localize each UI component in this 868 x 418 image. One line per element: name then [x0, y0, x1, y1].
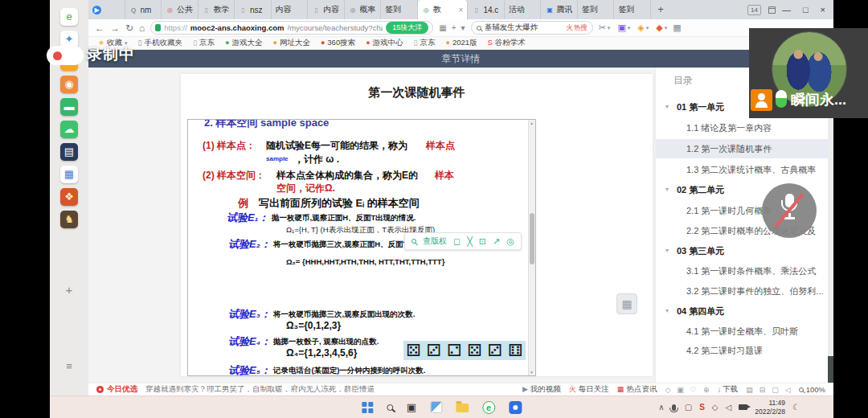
chapter-item[interactable]: 03 第三单元	[656, 241, 833, 260]
browser-tab[interactable]: Q nm ×	[125, 0, 162, 19]
refresh-button[interactable]: ↻	[125, 23, 133, 33]
viewer-tool-icon[interactable]: ◻	[453, 237, 461, 246]
viewer-tool-icon[interactable]: ⊡	[479, 237, 486, 246]
tab-count-badge[interactable]: 14	[747, 5, 761, 15]
search-box[interactable]: 基辅发生大爆炸 火热搜	[471, 21, 593, 35]
favorite-item[interactable]: ● 360搜索	[321, 38, 355, 48]
viewer-tool-icon[interactable]: ◎	[506, 237, 514, 246]
meeting-app-icon[interactable]	[509, 401, 522, 414]
status-tool-icon[interactable]: ▤	[746, 386, 753, 394]
desktop-app-icon[interactable]: ♞	[60, 211, 78, 228]
participant-mic-icon[interactable]	[776, 90, 787, 108]
favorite-item[interactable]: ▯ 手机收藏夹	[138, 38, 182, 48]
browser-tab[interactable]: ▯ 内容 ×	[308, 0, 345, 19]
desktop-app-icon[interactable]: ▤	[60, 143, 78, 161]
browser-tab[interactable]: 活动 ×	[505, 0, 542, 19]
favorite-item[interactable]: ▯ 京东	[414, 38, 436, 48]
apps-grid-icon[interactable]: ▦	[673, 23, 681, 33]
desktop-app-icon[interactable]: ▬	[60, 98, 78, 116]
browser-tab[interactable]: ◎ 公共 ×	[162, 0, 199, 19]
favorite-item[interactable]: ● 游戏中心	[366, 38, 403, 48]
dock-add-icon[interactable]: +	[50, 283, 88, 297]
desktop-app-icon[interactable]: ☁	[60, 121, 78, 138]
address-bar[interactable]: https://mooc2-ans.chaoxing.com/mycourse/…	[150, 21, 433, 35]
dropdown-caret-icon[interactable]: ▾	[461, 23, 465, 32]
browser-tab[interactable]: ▯ nsz ×	[235, 0, 272, 19]
browser-tab[interactable]: ▶ ×	[88, 0, 125, 19]
desktop-app-icon[interactable]: ▦	[60, 166, 78, 183]
browser-tab[interactable]: ▣ 腾讯 ×	[541, 0, 578, 19]
status-tool-icon[interactable]: ◇	[665, 386, 670, 394]
tray-expand-icon[interactable]: ∧	[658, 403, 664, 412]
closed-tabs-bin-icon[interactable]	[768, 6, 776, 14]
camera-recording-icon[interactable]	[739, 404, 747, 410]
volume-icon[interactable]: ◁	[726, 403, 732, 412]
tray-microphone-icon[interactable]	[672, 404, 676, 411]
network-icon[interactable]: ◇	[712, 403, 719, 412]
tab-close-icon[interactable]: ×	[459, 6, 464, 14]
status-tool-icon[interactable]: ⊟	[760, 386, 766, 394]
status-bar-link[interactable]: ▶ 我的视频	[522, 384, 561, 395]
close-button[interactable]: ×	[821, 5, 825, 14]
browser-tab[interactable]: ▯ 教学 ×	[199, 0, 235, 19]
viewer-tool-icon[interactable]: ╳	[467, 237, 473, 246]
favorite-item[interactable]: ● 2021版	[446, 38, 477, 48]
document-scrollbar[interactable]	[528, 120, 535, 375]
chapter-item[interactable]: 1.3 第二次课统计概率、古典概率	[656, 160, 833, 179]
status-tool-icon[interactable]: ⊕	[703, 386, 710, 394]
status-tool-icon[interactable]: ▢	[772, 386, 779, 394]
copyright-search-icon[interactable]	[411, 239, 416, 244]
chapter-item[interactable]: 1.1 绪论及第一章内容	[656, 118, 833, 137]
desktop-app-icon[interactable]: ◉	[60, 76, 78, 93]
collapse-caret-icon[interactable]	[665, 301, 669, 321]
recording-indicator-icon[interactable]	[47, 46, 84, 65]
desktop-app-icon[interactable]: ❖	[60, 188, 78, 206]
chapter-item[interactable]: 1.2 第一次课随机事件	[656, 139, 833, 158]
browser-tab[interactable]: 签到 ×	[381, 0, 418, 19]
collapse-caret-icon[interactable]	[665, 97, 669, 117]
bookmark-add-icon[interactable]: +	[452, 23, 457, 32]
dock-menu-icon[interactable]: ≡	[50, 360, 88, 372]
maximize-button[interactable]: □	[803, 5, 809, 14]
notification-moon-icon[interactable]: ☾	[792, 403, 800, 412]
status-tool-icon[interactable]: ▣	[677, 386, 684, 394]
ticker-headline[interactable]: 穿越就遇到寒灾？理工男笑了，自制取暖，府内无人冻死，群臣懵逼	[145, 384, 375, 395]
browser-tab[interactable]: 签到 ×	[614, 0, 651, 19]
browser-app-icon[interactable]: e	[482, 401, 495, 414]
back-button[interactable]: ←	[95, 23, 104, 33]
favorite-item[interactable]: ● 网址大全	[272, 38, 309, 48]
tray-s-app-icon[interactable]: S	[699, 403, 705, 412]
widgets-icon[interactable]	[430, 401, 442, 413]
collapse-caret-icon[interactable]	[665, 241, 669, 260]
viewer-tool-icon[interactable]: ↗	[493, 237, 500, 246]
start-button[interactable]	[362, 402, 373, 413]
microphone-muted-button[interactable]	[762, 183, 817, 238]
browser-tab[interactable]: 签到 ×	[578, 0, 615, 19]
widget-grid-handle[interactable]: ▦	[616, 293, 637, 314]
zoom-control[interactable]: 100%	[799, 385, 825, 394]
chapter-item[interactable]: 4.2 第二课时习题课	[656, 341, 833, 360]
favorite-item[interactable]: ▯ 京东	[193, 38, 215, 48]
collapse-caret-icon[interactable]	[665, 180, 669, 199]
browser-tab[interactable]: ▯ 14.c ×	[468, 0, 505, 19]
scrollbar-thumb[interactable]	[530, 213, 534, 264]
reader-mode-icon[interactable]: ▦	[439, 23, 446, 32]
tray-app-icon[interactable]: ▢	[685, 403, 692, 412]
status-bar-link[interactable]: 火 每日关注	[569, 384, 609, 395]
status-tool-icon[interactable]: ◁	[785, 386, 791, 394]
new-tab-button[interactable]: +	[651, 0, 670, 19]
status-tool-icon[interactable]: ♡	[690, 386, 697, 394]
extension-button[interactable]: ✂ ▾	[599, 23, 611, 32]
browser-tab[interactable]: 内容 ×	[272, 0, 309, 19]
forward-button[interactable]: →	[110, 23, 120, 33]
extension-button[interactable]: ◆ ▾	[656, 23, 667, 32]
favorite-item[interactable]: ● 游戏大全	[225, 38, 262, 48]
file-explorer-icon[interactable]	[456, 404, 469, 412]
browser-tab[interactable]: ◎ 教 ×	[418, 0, 469, 19]
chapter-item[interactable]: 3.1 第一课时条件概率、乘法公式	[656, 261, 833, 281]
favorite-item[interactable]: S 谷粉学术	[488, 38, 526, 48]
browser-tab[interactable]: ◎ 概率 ×	[345, 0, 382, 19]
chapter-item[interactable]: 3.2 第二课时事件的独立、伯努利...	[656, 281, 833, 301]
extension-button[interactable]: ◈ ▾	[637, 23, 649, 32]
minimize-button[interactable]: —	[782, 5, 791, 14]
